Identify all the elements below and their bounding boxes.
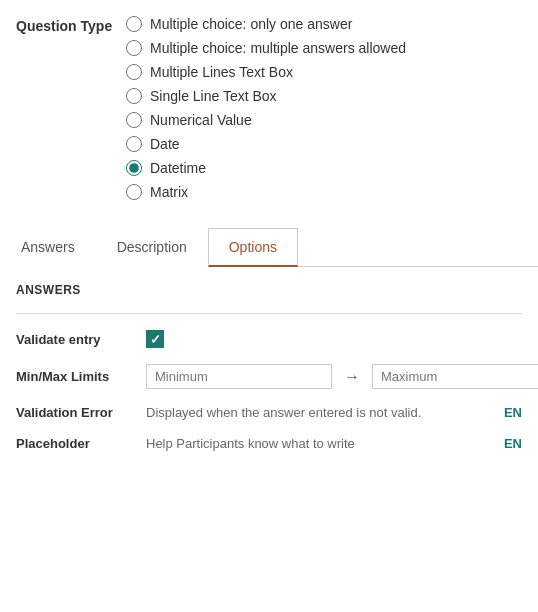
answers-section-title: ANSWERS — [16, 283, 522, 297]
radio-date[interactable] — [126, 136, 142, 152]
min-max-label: Min/Max Limits — [16, 369, 146, 384]
radio-multiline[interactable] — [126, 64, 142, 80]
radio-mc-one[interactable] — [126, 16, 142, 32]
radio-item-datetime[interactable]: Datetime — [126, 160, 406, 176]
radio-item-mc-one[interactable]: Multiple choice: only one answer — [126, 16, 406, 32]
min-max-value: → — [146, 364, 538, 389]
radio-label-mc-one[interactable]: Multiple choice: only one answer — [150, 16, 352, 32]
validation-error-en-badge[interactable]: EN — [504, 405, 522, 420]
radio-label-matrix[interactable]: Matrix — [150, 184, 188, 200]
question-type-section: Question Type Multiple choice: only one … — [0, 0, 538, 220]
radio-item-matrix[interactable]: Matrix — [126, 184, 406, 200]
divider — [16, 313, 522, 314]
validation-error-row: Validation Error Displayed when the answ… — [16, 405, 522, 420]
radio-item-date[interactable]: Date — [126, 136, 406, 152]
radio-label-numerical[interactable]: Numerical Value — [150, 112, 252, 128]
validation-error-label: Validation Error — [16, 405, 146, 420]
radio-label-datetime[interactable]: Datetime — [150, 160, 206, 176]
validation-error-text: Displayed when the answer entered is not… — [146, 405, 496, 420]
radio-item-singleline[interactable]: Single Line Text Box — [126, 88, 406, 104]
radio-singleline[interactable] — [126, 88, 142, 104]
question-type-row: Question Type Multiple choice: only one … — [16, 16, 522, 200]
radio-label-multiline[interactable]: Multiple Lines Text Box — [150, 64, 293, 80]
radio-item-multiline[interactable]: Multiple Lines Text Box — [126, 64, 406, 80]
radio-item-mc-multi[interactable]: Multiple choice: multiple answers allowe… — [126, 40, 406, 56]
placeholder-text: Help Participants know what to write — [146, 436, 496, 451]
placeholder-value: Help Participants know what to write EN — [146, 436, 522, 451]
question-type-label: Question Type — [16, 16, 126, 34]
tab-options[interactable]: Options — [208, 228, 298, 267]
tab-answers[interactable]: Answers — [0, 228, 96, 267]
placeholder-label: Placeholder — [16, 436, 146, 451]
min-max-row: Min/Max Limits → — [16, 364, 522, 389]
placeholder-row: Placeholder Help Participants know what … — [16, 436, 522, 451]
validate-entry-label: Validate entry — [16, 332, 146, 347]
radio-matrix[interactable] — [126, 184, 142, 200]
radio-label-mc-multi[interactable]: Multiple choice: multiple answers allowe… — [150, 40, 406, 56]
validate-entry-row: Validate entry — [16, 330, 522, 348]
radio-item-numerical[interactable]: Numerical Value — [126, 112, 406, 128]
arrow-right-icon: → — [344, 368, 360, 386]
radio-options: Multiple choice: only one answer Multipl… — [126, 16, 406, 200]
validation-error-value: Displayed when the answer entered is not… — [146, 405, 522, 420]
minimum-input[interactable] — [146, 364, 332, 389]
min-max-inputs: → — [146, 364, 538, 389]
tab-description[interactable]: Description — [96, 228, 208, 267]
maximum-input[interactable] — [372, 364, 538, 389]
radio-numerical[interactable] — [126, 112, 142, 128]
placeholder-en-badge[interactable]: EN — [504, 436, 522, 451]
answers-section: ANSWERS Validate entry Min/Max Limits → … — [0, 267, 538, 483]
validate-entry-value — [146, 330, 522, 348]
radio-label-date[interactable]: Date — [150, 136, 180, 152]
radio-mc-multi[interactable] — [126, 40, 142, 56]
radio-label-singleline[interactable]: Single Line Text Box — [150, 88, 277, 104]
radio-datetime[interactable] — [126, 160, 142, 176]
validate-entry-checkbox[interactable] — [146, 330, 164, 348]
tabs-container: Answers Description Options — [0, 228, 538, 267]
